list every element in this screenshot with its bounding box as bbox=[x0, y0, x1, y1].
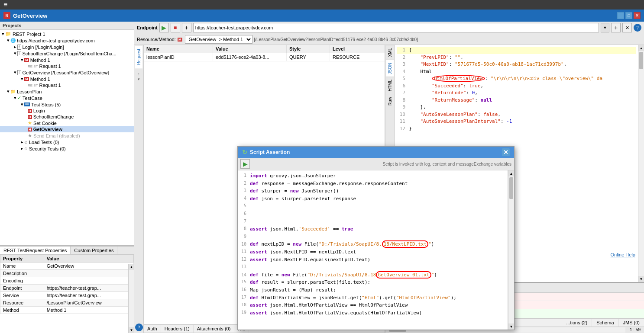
props-tab-bar: REST TestRequest Properties Custom Prope… bbox=[0, 247, 134, 255]
code-line-11: 11 assert json.NextLPID == nextLpID.text bbox=[239, 248, 506, 256]
vtab-raw[interactable]: Raw bbox=[386, 94, 394, 108]
add-endpoint-button[interactable]: + bbox=[182, 23, 191, 32]
tree-item[interactable]: ▸ ⊙ Load Tests (0) bbox=[0, 139, 134, 145]
tab-attachments[interactable]: Attachments (0) bbox=[194, 325, 235, 333]
add-endpoint-icon[interactable]: + bbox=[611, 23, 621, 32]
vtab-xml[interactable]: XML bbox=[386, 45, 394, 60]
menu-bar: ≡ bbox=[0, 0, 644, 10]
param-name-cell: lessonPlanID bbox=[144, 53, 213, 61]
tree-item[interactable]: ▾ 📁 LessonPlan bbox=[0, 88, 134, 95]
code-line-19: 19 assert json.Html.HtmlOfPartialView.eq… bbox=[239, 309, 506, 317]
resource-bar: Resource/Method: M GetOverview -> Method… bbox=[134, 34, 644, 45]
response-tab-jms[interactable]: JMS (0) bbox=[619, 319, 644, 327]
json-line-4: 4 Html bbox=[397, 68, 636, 76]
app-title: R GetOverview bbox=[3, 12, 48, 19]
scroll-indicator: ▲ ▼ bbox=[128, 264, 134, 333]
tab-rest-properties[interactable]: REST TestRequest Properties bbox=[0, 247, 71, 254]
tree-item-getoverview[interactable]: H GetOverview bbox=[0, 126, 134, 132]
prop-name-val: GetOverview bbox=[44, 263, 133, 270]
help-side-icon[interactable]: ? bbox=[135, 323, 143, 331]
code-line-12: 12 assert json.NextLPID.equals(nextLpID.… bbox=[239, 256, 506, 264]
prop-endpoint: Endpoint bbox=[0, 285, 44, 292]
code-line-6: 6 bbox=[239, 210, 506, 218]
params-header-row: Name Value Style Level bbox=[144, 45, 385, 53]
col-property: Property bbox=[0, 255, 44, 263]
vtab-request[interactable]: Request bbox=[135, 45, 142, 68]
response-tab-assertions[interactable]: ...tions (2) bbox=[562, 319, 592, 327]
code-editor[interactable]: 1 import groovy.json.JsonSlurper 2 def r… bbox=[238, 170, 508, 330]
tab-custom-properties[interactable]: Custom Properties bbox=[71, 247, 117, 254]
endpoint-toolbar: Endpoint ▶ ■ + ▼ + ✕ ? bbox=[134, 22, 644, 34]
tree-item[interactable]: ▾ f GetOverview [/LessonPlan/GetOverview… bbox=[0, 69, 134, 76]
tree-item[interactable]: RE ST Request 1 bbox=[0, 63, 134, 69]
tree-item[interactable]: ▾ ✓ TestCase bbox=[0, 95, 134, 101]
endpoint-url-input[interactable] bbox=[193, 23, 599, 32]
prop-desc: Description bbox=[0, 270, 44, 277]
minimize-btn[interactable]: _ bbox=[617, 12, 624, 19]
left-panel: Projects ▾ 📁 REST Project 1 ▾ 🌐 https://… bbox=[0, 22, 134, 333]
json-line-6: 6 "Succeeded": true, bbox=[397, 83, 636, 90]
tree-item[interactable]: H Login bbox=[0, 108, 134, 114]
online-help-link[interactable]: Online Help bbox=[611, 252, 635, 257]
script-assertion-dialog[interactable]: ↻ Script Assertion ✕ ▶ Script is invoked… bbox=[237, 146, 515, 330]
tree-item[interactable]: H SchoolItemChange bbox=[0, 114, 134, 120]
response-scrollbar[interactable]: ▲ ▼ bbox=[638, 45, 644, 282]
properties-panel: REST TestRequest Properties Custom Prope… bbox=[0, 247, 134, 333]
col-value: Value bbox=[44, 255, 133, 263]
filter-icon[interactable]: ▾ bbox=[138, 77, 140, 81]
json-line-11: 11 "AutoSaveLessonPlanInterval": -1 bbox=[397, 118, 636, 125]
maximize-btn[interactable]: □ bbox=[625, 12, 632, 19]
dialog-content: 1 import groovy.json.JsonSlurper 2 def r… bbox=[238, 170, 514, 330]
dialog-scrollbar[interactable]: ▲ ▼ bbox=[508, 170, 514, 330]
close-btn[interactable]: ✕ bbox=[634, 12, 641, 19]
tree-item[interactable]: ▾ 📁 REST Project 1 bbox=[0, 31, 134, 37]
param-level-cell: RESOURCE bbox=[330, 53, 373, 61]
play-button[interactable]: ▶ bbox=[159, 23, 169, 32]
vtab-json[interactable]: JSON bbox=[386, 60, 394, 77]
dialog-toolbar: ▶ Script is invoked with log, context an… bbox=[238, 158, 514, 170]
tree-item[interactable]: ▾ M Method 1 bbox=[0, 57, 134, 63]
dialog-close-button[interactable]: ✕ bbox=[502, 148, 510, 156]
json-line-12: 12 } bbox=[397, 125, 636, 133]
code-line-1: 1 import groovy.json.JsonSlurper bbox=[239, 172, 506, 180]
menu-icon[interactable]: ≡ bbox=[3, 1, 7, 9]
col-style: Style bbox=[287, 45, 330, 53]
resource-path: [/LessonPlan/GetOverview?lessonPlanID=ed… bbox=[254, 37, 418, 42]
json-line-3: 3 "NextLPID": "571677d5-50c0-46a0-ab18-1… bbox=[397, 61, 636, 68]
vtab-html[interactable]: HTML bbox=[386, 77, 394, 94]
tree-item[interactable]: ▸ ⊙ Security Tests (0) bbox=[0, 145, 134, 152]
code-line-16: 16 Map jsonResult = (Map) result; bbox=[239, 286, 506, 294]
tree-item[interactable]: ★ Set Cookie bbox=[0, 120, 134, 126]
dialog-title-text: Script Assertion bbox=[250, 149, 290, 155]
col-name: Name bbox=[144, 45, 213, 53]
response-tab-schema[interactable]: Schema bbox=[592, 319, 618, 327]
json-line-8: 8 "ReturnMessage": null bbox=[397, 97, 636, 104]
dialog-run-btn[interactable]: ▶ bbox=[240, 159, 250, 169]
method-select[interactable]: GetOverview -> Method 1 bbox=[185, 35, 252, 44]
tree-item[interactable]: ▾ 🌐 https://teacher-test.grapecitydev.co… bbox=[0, 37, 134, 44]
tree-item[interactable]: ▾ f SchoolItemChange [/Login/SchoolItemC… bbox=[0, 50, 134, 57]
page-number: 1 : 59 bbox=[630, 327, 641, 333]
prop-encoding: Encoding bbox=[0, 277, 44, 285]
endpoint-dropdown[interactable]: ▼ bbox=[601, 23, 609, 32]
props-table-container: Property Value NameGetOverview Descripti… bbox=[0, 255, 134, 333]
code-line-15: 15 def result = slurper.parseText(file.t… bbox=[239, 279, 506, 286]
code-line-17: 17 def HtmlOfPartialView = jsonResult.ge… bbox=[239, 294, 506, 302]
help-button[interactable]: ? bbox=[634, 24, 641, 32]
code-line-13: 13 bbox=[239, 263, 506, 271]
delete-endpoint-button[interactable]: ✕ bbox=[622, 23, 632, 32]
resource-label: Resource/Method: bbox=[137, 37, 176, 42]
tree-item[interactable]: ★ Send Email (disabled) bbox=[0, 132, 134, 139]
tab-headers[interactable]: Headers (1) bbox=[161, 325, 194, 333]
prop-name: Name bbox=[0, 263, 44, 270]
tree-item[interactable]: RE ST Request 1 bbox=[0, 82, 134, 88]
code-line-9: 9 bbox=[239, 233, 506, 241]
stop-button[interactable]: ■ bbox=[171, 23, 180, 32]
title-bar: R GetOverview _ □ ✕ bbox=[0, 10, 644, 22]
json-line-9: 9 }, bbox=[397, 104, 636, 111]
tree-item[interactable]: ▸ f Login [/Login/Login] bbox=[0, 44, 134, 50]
tab-auth[interactable]: Auth bbox=[144, 325, 161, 333]
tree-item[interactable]: ▾ M Method 1 bbox=[0, 76, 134, 82]
sort-icon[interactable]: ↕ bbox=[138, 72, 140, 76]
tree-item[interactable]: ▾ ≡≡ Test Steps (5) bbox=[0, 101, 134, 108]
